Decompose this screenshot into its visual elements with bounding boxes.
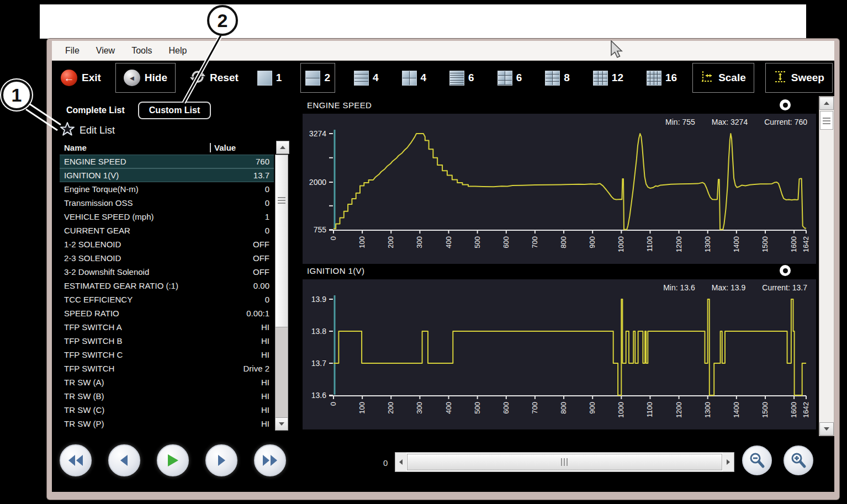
timeline-scrollbar[interactable]: [395, 452, 734, 472]
tab-complete-list[interactable]: Complete List: [66, 105, 125, 115]
parameter-row[interactable]: Transmission OSS0: [60, 196, 274, 210]
layout-4-button[interactable]: 4: [350, 63, 383, 93]
engine-speed-graph-panel: Min: 755 Max: 3274 Current: 760 01002003…: [303, 114, 816, 264]
svg-text:1100: 1100: [645, 236, 654, 252]
zoom-in-button[interactable]: [784, 445, 813, 475]
scale-icon: [701, 70, 714, 86]
graph-stats: Min: 755 Max: 3274 Current: 760: [665, 118, 807, 126]
mouse-cursor: [610, 40, 624, 60]
callout-1: 1: [1, 79, 32, 110]
parameter-row[interactable]: TR SW (A)HI: [60, 375, 274, 389]
reset-button[interactable]: Reset: [187, 63, 242, 93]
grid-2x1-icon: [305, 71, 320, 86]
svg-text:2000: 2000: [309, 178, 326, 187]
list-scroll-down-button[interactable]: [275, 417, 288, 431]
parameter-row[interactable]: SPEED RATIO0.00:1: [60, 306, 274, 320]
hide-button[interactable]: ◄ Hide: [115, 63, 176, 93]
tab-custom-list[interactable]: Custom List: [138, 102, 211, 119]
list-scrollbar[interactable]: [275, 155, 288, 431]
play-button[interactable]: [157, 444, 189, 476]
parameter-value: 0.00:1: [246, 309, 269, 318]
step-back-button[interactable]: [108, 444, 140, 476]
svg-text:3274: 3274: [309, 129, 326, 138]
parameter-name: TFP SWITCH C: [64, 350, 261, 359]
layout-6-button[interactable]: 6: [493, 63, 527, 93]
svg-text:13.6: 13.6: [311, 391, 326, 400]
scrollbar-grip: [278, 197, 285, 204]
parameter-row[interactable]: TFP SWITCH CHI: [60, 348, 274, 362]
record-icon[interactable]: [780, 265, 791, 276]
graph-scrollbar[interactable]: [819, 96, 834, 436]
step-forward-button[interactable]: [205, 444, 237, 476]
graph-scroll-up-button[interactable]: [819, 97, 834, 110]
column-header-name: Name: [60, 143, 210, 152]
layout-16-button[interactable]: 16: [642, 63, 681, 93]
parameter-row[interactable]: TFP SWITCH BHI: [60, 334, 274, 348]
layout-button-label: 8: [564, 72, 570, 84]
parameter-row[interactable]: TR SW (P)HI: [60, 417, 274, 431]
list-scrollbar-thumb[interactable]: [276, 155, 288, 327]
parameter-row[interactable]: 1-2 SOLENOIDOFF: [60, 237, 274, 251]
scrollbar-grip: [561, 458, 569, 466]
menu-file[interactable]: File: [65, 46, 80, 56]
grid-3x2-icon: [497, 71, 512, 86]
scale-label: Scale: [718, 72, 746, 84]
record-icon-center: [783, 268, 788, 273]
parameter-row[interactable]: 3-2 Downshift SolenoidOFF: [60, 265, 274, 279]
layout-12-button[interactable]: 12: [589, 63, 628, 93]
svg-text:1400: 1400: [732, 236, 740, 252]
svg-text:1000: 1000: [617, 402, 625, 418]
layout-6-button[interactable]: 6: [445, 63, 479, 93]
scale-button[interactable]: Scale: [692, 63, 754, 93]
svg-text:100: 100: [358, 236, 366, 248]
list-tabs: Complete List Custom List: [60, 100, 289, 120]
parameter-row[interactable]: TCC EFFICIENCY0: [60, 293, 274, 306]
svg-text:700: 700: [531, 236, 539, 248]
layout-button-label: 1: [276, 72, 282, 84]
layout-2-button[interactable]: 2: [300, 63, 335, 93]
parameter-row[interactable]: TFP SWITCHDrive 2: [60, 362, 274, 375]
ignition-graph-panel: Min: 13.6 Max: 13.9 Current: 13.7 010020…: [303, 279, 816, 429]
edit-list-label: Edit List: [80, 125, 115, 136]
edit-list-button[interactable]: Edit List: [60, 120, 289, 140]
layout-4-button[interactable]: 4: [398, 63, 431, 93]
skip-to-start-button[interactable]: [60, 444, 92, 476]
svg-text:1400: 1400: [732, 402, 740, 418]
parameter-row[interactable]: TFP SWITCH AHI: [60, 320, 274, 334]
parameter-row[interactable]: Engine Torque(N-m)0: [60, 182, 274, 196]
parameter-value: OFF: [253, 267, 269, 277]
graph-scrollbar-thumb[interactable]: [820, 111, 833, 130]
exit-button[interactable]: ← Exit: [57, 63, 104, 93]
parameter-row[interactable]: ENGINE SPEED760: [60, 155, 274, 168]
svg-text:1300: 1300: [703, 236, 712, 252]
parameter-row[interactable]: VEHICLE SPEED (mph)1: [60, 210, 274, 224]
sweep-button[interactable]: Sweep: [765, 63, 833, 93]
layout-button-label: 2: [324, 72, 330, 84]
menu-help[interactable]: Help: [169, 46, 187, 56]
parameter-name: SPEED RATIO: [64, 309, 246, 318]
menu-view[interactable]: View: [96, 46, 115, 56]
graph-scroll-down-button[interactable]: [819, 422, 834, 436]
parameter-row[interactable]: CURRENT GEAR0: [60, 224, 274, 237]
timeline-scroll-left-button[interactable]: [395, 453, 406, 471]
parameter-name: 2-3 SOLENOID: [64, 253, 253, 263]
parameter-row[interactable]: TR SW (C)HI: [60, 403, 274, 417]
graphs-panel: ENGINE SPEED Min: 755 Max: 3274 Current:…: [289, 95, 834, 437]
skip-to-end-button[interactable]: [254, 444, 286, 476]
parameter-row[interactable]: IGNITION 1(V)13.7: [60, 168, 274, 182]
parameter-row[interactable]: 2-3 SOLENOIDOFF: [60, 251, 274, 265]
engine-speed-chart: 0100200300400500600700800900100011001200…: [303, 114, 816, 264]
record-icon[interactable]: [780, 99, 791, 110]
parameter-name: ESTIMATED GEAR RATIO (:1): [64, 281, 253, 290]
zoom-out-button[interactable]: [742, 445, 772, 475]
list-scroll-up-button[interactable]: [276, 141, 289, 154]
timeline-scroll-right-button[interactable]: [723, 453, 734, 471]
parameter-row[interactable]: TR SW (B)HI: [60, 389, 274, 403]
layout-1-button[interactable]: 1: [253, 63, 287, 93]
grid-2x2-icon: [402, 71, 417, 86]
menu-tools[interactable]: Tools: [131, 46, 152, 56]
timeline-scrollbar-thumb[interactable]: [407, 454, 722, 470]
layout-8-button[interactable]: 8: [541, 63, 574, 93]
callout-2: 2: [207, 5, 238, 36]
parameter-row[interactable]: ESTIMATED GEAR RATIO (:1)0.00: [60, 279, 274, 293]
